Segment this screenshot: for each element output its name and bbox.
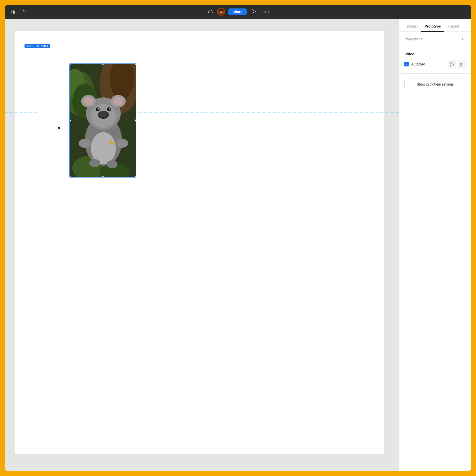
play-button[interactable] <box>250 8 258 16</box>
share-button[interactable]: Share <box>228 8 247 15</box>
main-content: 479 × 720 · Video Design Prototype Inspe… <box>5 19 268 268</box>
svg-rect-3 <box>26 10 26 12</box>
svg-rect-4 <box>208 12 209 13</box>
avatar[interactable] <box>217 8 225 16</box>
video-thumbnail <box>70 64 136 177</box>
zoom-control[interactable]: 33% ▾ <box>261 10 268 14</box>
video-label: 479 × 720 · Video <box>25 44 50 48</box>
canvas-inner: 479 × 720 · Video <box>5 19 268 268</box>
cursor-wrapper <box>57 125 62 132</box>
svg-rect-2 <box>23 10 24 11</box>
app-window: ◑ <box>5 5 268 268</box>
svg-point-40 <box>107 160 118 168</box>
handle-bottom-left[interactable] <box>69 176 71 178</box>
koala-svg <box>70 64 136 177</box>
svg-point-31 <box>99 111 108 117</box>
contrast-icon-btn[interactable]: ◑ <box>9 8 17 16</box>
svg-point-23 <box>116 139 128 148</box>
canvas-frame <box>15 31 268 268</box>
svg-point-12 <box>222 9 224 12</box>
handle-middle-right[interactable] <box>135 119 136 122</box>
svg-rect-1 <box>24 12 27 12</box>
headphone-icon <box>208 9 213 15</box>
play-icon <box>252 9 256 14</box>
svg-point-28 <box>113 97 123 105</box>
svg-point-26 <box>84 97 93 105</box>
svg-point-39 <box>89 159 100 167</box>
canvas-area: 479 × 720 · Video <box>5 19 268 268</box>
svg-rect-5 <box>212 12 213 13</box>
svg-point-22 <box>79 139 91 148</box>
zoom-value: 33% <box>261 10 267 14</box>
handle-top-right[interactable] <box>135 63 136 65</box>
guide-horizontal-left <box>5 113 37 113</box>
top-bar-left: ◑ <box>9 8 29 16</box>
crop-icon-btn[interactable] <box>21 8 29 16</box>
top-bar: ◑ <box>5 5 268 19</box>
svg-point-34 <box>97 108 99 110</box>
headphone-icon-btn[interactable] <box>207 8 214 16</box>
cursor-icon <box>57 125 62 131</box>
video-element[interactable] <box>69 63 136 178</box>
crop-icon <box>22 9 27 15</box>
handle-bottom-center[interactable] <box>102 176 104 178</box>
avatar-svg <box>217 8 225 16</box>
handle-bottom-right[interactable] <box>135 176 136 178</box>
avatar-image <box>217 8 225 16</box>
top-bar-center: Share 33% ▾ <box>207 8 268 16</box>
svg-point-11 <box>219 9 221 12</box>
contrast-icon: ◑ <box>11 9 15 15</box>
svg-point-35 <box>109 108 110 110</box>
